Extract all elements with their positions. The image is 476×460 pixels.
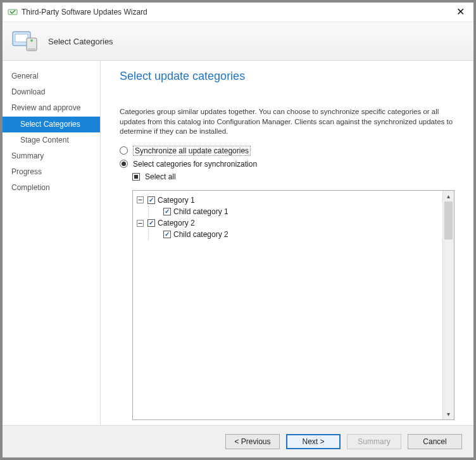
sidebar-item-stage-content[interactable]: Stage Content — [3, 132, 100, 148]
tree-checkbox[interactable] — [147, 219, 155, 227]
sidebar-item-progress[interactable]: Progress — [3, 164, 100, 180]
scroll-down-icon[interactable]: ▾ — [443, 409, 454, 419]
page-description: Categories group similar updates togethe… — [120, 107, 454, 137]
radio-selected-icon — [120, 160, 128, 168]
radio-select-categories-label: Select categories for synchronization — [133, 160, 257, 169]
radio-select-categories[interactable]: Select categories for synchronization — [120, 160, 454, 169]
scroll-up-icon[interactable]: ▴ — [443, 191, 454, 201]
tree-leaf-icon — [153, 208, 160, 215]
previous-button[interactable]: < Previous — [225, 434, 280, 449]
content-pane: Select update categories Categories grou… — [101, 61, 473, 425]
titlebar: Third-Party Software Updates Wizard ✕ — [3, 3, 473, 22]
body: GeneralDownloadReview and approveSelect … — [3, 61, 473, 425]
tree-node-label: Category 1 — [158, 195, 195, 205]
window: Third-Party Software Updates Wizard ✕ Se… — [3, 3, 473, 457]
cancel-button[interactable]: Cancel — [408, 434, 462, 449]
tree-leaf-icon — [153, 231, 160, 238]
sidebar-item-general[interactable]: General — [3, 68, 100, 84]
category-tree-container: Category 1Child category 1Category 2Chil… — [132, 190, 454, 420]
next-button[interactable]: Next > — [286, 434, 341, 449]
header-band: Select Categories — [3, 22, 473, 61]
select-all-checkbox[interactable] — [132, 173, 140, 181]
tree-children: Child category 1 — [148, 206, 442, 217]
page-title: Select update categories — [120, 70, 454, 83]
tree-node[interactable]: Child category 2 — [153, 229, 442, 240]
sidebar-item-summary[interactable]: Summary — [3, 148, 100, 164]
summary-button: Summary — [347, 434, 401, 449]
collapse-icon[interactable] — [137, 196, 144, 203]
collapse-icon[interactable] — [137, 220, 144, 227]
tree-checkbox[interactable] — [163, 231, 171, 238]
category-selection-block: Select all Category 1Child category 1Cat… — [132, 172, 454, 420]
tree-node-label: Child category 2 — [173, 229, 229, 240]
scroll-thumb[interactable] — [444, 201, 453, 240]
radio-icon — [120, 146, 128, 155]
select-all-label: Select all — [145, 172, 176, 181]
svg-rect-4 — [28, 48, 35, 50]
svg-point-5 — [30, 39, 33, 42]
header-subtitle: Select Categories — [48, 37, 113, 46]
wizard-icon — [9, 25, 41, 57]
radio-sync-all-label: Synchronize all update categories — [133, 146, 251, 156]
sidebar-item-download[interactable]: Download — [3, 84, 100, 100]
tree-scrollbar[interactable]: ▴ ▾ — [442, 191, 454, 419]
window-frame: Third-Party Software Updates Wizard ✕ Se… — [0, 0, 476, 460]
close-button[interactable]: ✕ — [453, 7, 468, 17]
tree-node-label: Child category 1 — [173, 207, 229, 217]
tree-children: Child category 2 — [148, 229, 442, 240]
window-title: Third-Party Software Updates Wizard — [22, 8, 453, 16]
category-tree[interactable]: Category 1Child category 1Category 2Chil… — [133, 191, 442, 419]
wizard-footer: < Previous Next > Summary Cancel — [3, 425, 473, 457]
tree-node[interactable]: Child category 1 — [153, 206, 442, 217]
wizard-steps-sidebar: GeneralDownloadReview and approveSelect … — [3, 61, 101, 425]
tree-node[interactable]: Category 1 — [137, 195, 442, 206]
svg-rect-2 — [15, 34, 28, 42]
tree-node[interactable]: Category 2 — [137, 217, 442, 229]
radio-sync-all[interactable]: Synchronize all update categories — [120, 146, 454, 156]
sidebar-item-completion[interactable]: Completion — [3, 180, 100, 196]
sidebar-item-select-categories[interactable]: Select Categories — [3, 117, 100, 132]
select-all-row[interactable]: Select all — [132, 172, 454, 181]
tree-node-label: Category 2 — [158, 218, 195, 228]
tree-checkbox[interactable] — [147, 196, 155, 204]
app-icon — [8, 7, 18, 17]
tree-checkbox[interactable] — [163, 208, 171, 215]
sidebar-item-review-and-approve[interactable]: Review and approve — [3, 100, 100, 116]
